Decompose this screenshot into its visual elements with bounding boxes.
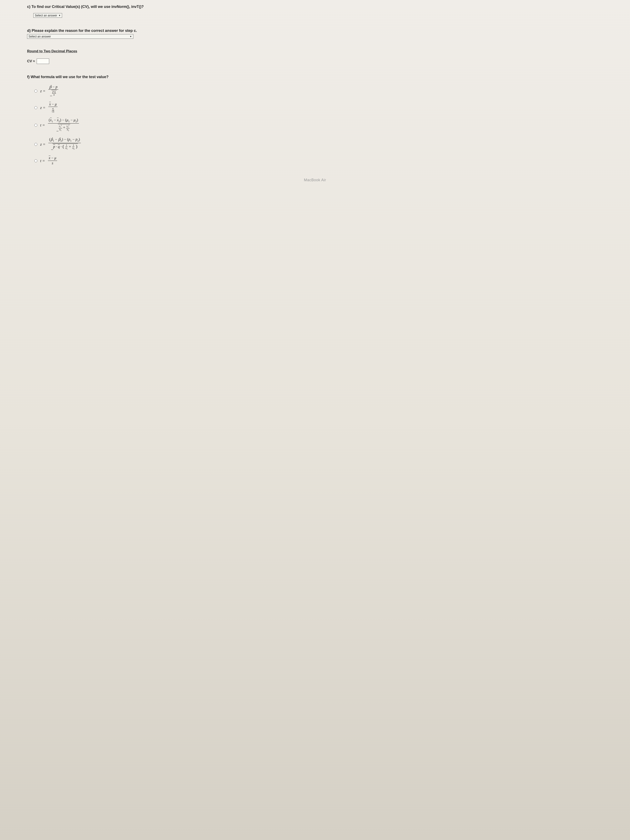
- formula-rhs: (x1 − x2) − (μ1 − μ2) s12 n1 + s22: [48, 118, 79, 133]
- formula-option[interactable]: z = (p̂1 − p̂2) − (p1 − p2) p · q · ( 1 …: [35, 137, 605, 151]
- dropdown-placeholder: Select an answer: [28, 35, 51, 38]
- radio-button[interactable]: [35, 159, 37, 162]
- formula-lhs: z =: [40, 106, 46, 110]
- round-heading: Round to Two Decimal Places: [27, 49, 605, 53]
- radio-button[interactable]: [35, 106, 37, 109]
- radio-button[interactable]: [35, 143, 37, 146]
- formula-rhs: p̂ − p p·q n: [48, 85, 58, 97]
- chevron-down-icon: ▼: [58, 14, 61, 17]
- formula-lhs: z =: [40, 89, 46, 93]
- cv-input[interactable]: [37, 58, 49, 64]
- laptop-label: MacBook Air: [0, 178, 630, 182]
- cv-label: CV ≈: [27, 59, 35, 63]
- question-c-dropdown[interactable]: Select an answer ▼: [33, 13, 62, 18]
- radio-button[interactable]: [35, 124, 37, 127]
- dropdown-placeholder: Select an answer: [35, 14, 57, 17]
- formula-option[interactable]: z = x − μ σ √n: [35, 102, 605, 113]
- formula-option[interactable]: z = p̂ − p p·q n: [35, 85, 605, 97]
- question-d-dropdown[interactable]: Select an answer ▼: [27, 34, 133, 39]
- radio-button[interactable]: [35, 90, 37, 93]
- question-f-text: f) What formula will we use for the test…: [27, 74, 605, 80]
- formula-option[interactable]: t = (x1 − x2) − (μ1 − μ2) s12 n1 +: [35, 118, 605, 133]
- formula-lhs: t =: [40, 158, 45, 163]
- formula-lhs: z =: [40, 142, 46, 147]
- formula-lhs: t =: [40, 123, 45, 128]
- formula-rhs: x − μ s: [48, 156, 57, 166]
- formula-rhs: (p̂1 − p̂2) − (p1 − p2) p · q · ( 1 n1 +: [48, 137, 81, 151]
- formula-option[interactable]: t = x − μ s: [35, 156, 605, 166]
- chevron-down-icon: ▼: [129, 35, 132, 38]
- formula-rhs: x − μ σ √n: [48, 102, 57, 113]
- question-c-text: c) To find our Critical Value(s) (CV), w…: [27, 4, 605, 9]
- question-d-text: d) Please explain the reason for the cor…: [27, 28, 605, 33]
